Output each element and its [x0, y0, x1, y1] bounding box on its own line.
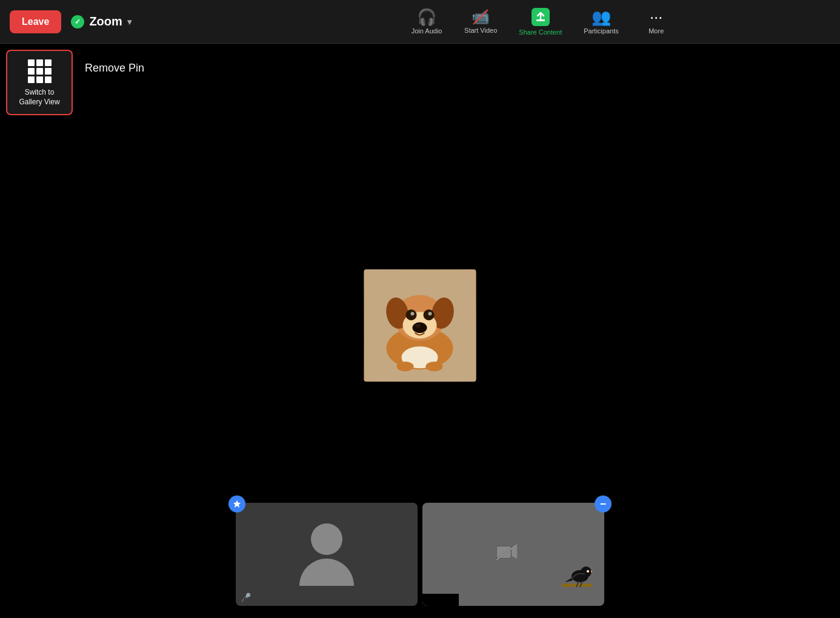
- avatar-body: [299, 559, 354, 586]
- share-content-button[interactable]: Share Content: [510, 4, 570, 39]
- participants-button[interactable]: 👥 Participants: [575, 5, 627, 38]
- bottom-strip: 🎤 −: [236, 503, 604, 606]
- svg-point-10: [428, 312, 432, 315]
- more-label: More: [648, 27, 664, 35]
- topbar: Leave ✓ Zoom ▾ 🎧 Join Audio 📹 Start Vide…: [0, 0, 840, 44]
- join-audio-label: Join Audio: [412, 27, 442, 35]
- participant-tile-right: −: [422, 503, 604, 606]
- topbar-left: Leave ✓ Zoom ▾: [10, 10, 132, 33]
- share-content-label: Share Content: [519, 29, 562, 36]
- svg-rect-0: [536, 19, 545, 21]
- svg-point-9: [411, 312, 415, 315]
- participants-label: Participants: [584, 27, 618, 35]
- zoom-logo: ✓ Zoom ▾: [71, 15, 131, 29]
- black-bar: [422, 594, 459, 606]
- participant-tile-left: 🎤: [236, 503, 418, 606]
- svg-rect-16: [496, 546, 511, 559]
- avatar-icon: [299, 523, 354, 586]
- start-video-label: Start Video: [464, 27, 497, 34]
- right-tile-inner: [422, 503, 604, 606]
- gallery-grid-icon: [28, 59, 52, 83]
- dog-image: [364, 269, 476, 381]
- avatar-head: [311, 523, 342, 555]
- bird-silhouette: [562, 555, 592, 600]
- svg-point-15: [426, 361, 443, 371]
- avatar-placeholder: [236, 503, 418, 606]
- more-button[interactable]: ··· More: [632, 5, 681, 38]
- remove-pin-label[interactable]: Remove Pin: [85, 62, 144, 75]
- svg-point-22: [581, 566, 592, 577]
- camera-off-icon: [496, 543, 518, 566]
- zoom-shield-icon: ✓: [71, 15, 84, 29]
- svg-point-14: [397, 361, 414, 371]
- zoom-name: Zoom: [89, 15, 122, 29]
- dog-image-placeholder: [364, 269, 476, 381]
- share-content-icon: [532, 8, 550, 26]
- start-video-icon: 📹: [472, 10, 490, 24]
- svg-point-23: [587, 570, 589, 573]
- topbar-right: 🎧 Join Audio 📹 Start Video Share Content: [402, 4, 681, 39]
- gallery-switch-label: Switch toGallery View: [19, 88, 59, 107]
- zoom-chevron-icon[interactable]: ▾: [127, 17, 132, 27]
- start-video-button[interactable]: 📹 Start Video: [456, 6, 505, 38]
- minus-badge[interactable]: −: [595, 495, 612, 512]
- svg-point-11: [413, 322, 427, 333]
- pin-badge: [228, 495, 245, 512]
- main-area: Switch toGallery View Remove Pin: [0, 44, 840, 618]
- join-audio-button[interactable]: 🎧 Join Audio: [402, 5, 451, 38]
- gallery-view-panel[interactable]: Switch toGallery View: [6, 50, 73, 115]
- more-icon: ···: [650, 9, 663, 25]
- leave-button[interactable]: Leave: [10, 10, 61, 33]
- svg-point-12: [416, 324, 421, 327]
- join-audio-icon: 🎧: [417, 9, 436, 25]
- mic-indicator: 🎤: [241, 593, 251, 602]
- participants-icon: 👥: [592, 9, 611, 25]
